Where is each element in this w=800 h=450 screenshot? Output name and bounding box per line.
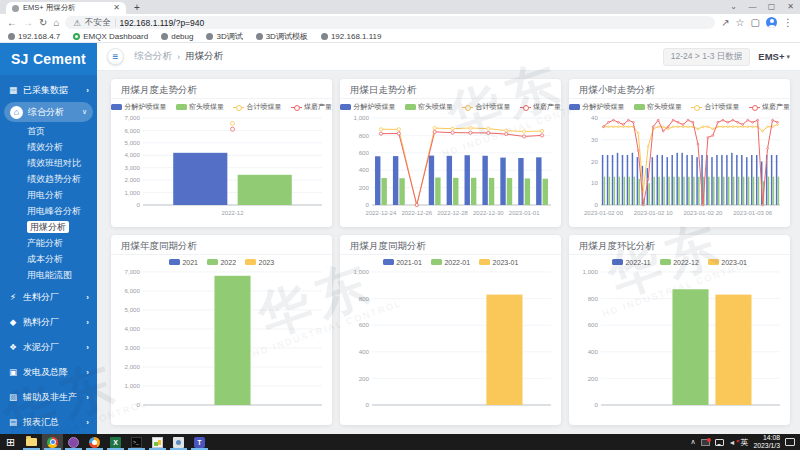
sidebar-menu: ▦ 已采集数据 › ⌂ 综合分析 ∨ 首页 绩效分析 绩效班组对比 绩效趋势分析… — [0, 75, 97, 434]
taskbar-editor[interactable] — [147, 434, 168, 450]
taskbar-purple-app[interactable] — [63, 434, 84, 450]
sidebar-item-capacity-analysis[interactable]: 产能分析 — [0, 235, 97, 251]
taskbar-clock[interactable]: 14:08 2023/1/3 — [754, 434, 780, 450]
sidebar-item-cement-plant[interactable]: ❖水泥分厂› — [0, 336, 97, 358]
tray-chat-icon[interactable] — [715, 439, 724, 446]
window-close-button[interactable]: ✕ — [781, 0, 800, 14]
sidebar-toggle-icon[interactable]: ≡ — [107, 48, 124, 65]
legend-item[interactable]: 窑头喷煤量 — [405, 102, 454, 112]
window-maximize-button[interactable]: ▢ — [762, 0, 781, 14]
legend-item[interactable]: 合计喷煤量 — [233, 102, 282, 112]
sidebar-item-electricity-analysis[interactable]: 用电分析 — [0, 187, 97, 203]
chart-legend: 分解炉喷煤量窑头喷煤量合计喷煤量煤磨产量 — [111, 99, 332, 112]
legend-item[interactable]: 窑头喷煤量 — [634, 102, 683, 112]
bookmark-star-icon[interactable]: ☆ — [736, 18, 745, 28]
legend-item[interactable]: 2023-01 — [479, 259, 518, 266]
taskbar-teams[interactable]: T — [189, 434, 210, 450]
sidebar-item-comprehensive-analysis[interactable]: ⌂ 综合分析 ∨ — [4, 102, 93, 122]
sidebar-item-raw-material-plant[interactable]: ⚡生料分厂› — [0, 286, 97, 308]
taskbar-file-explorer[interactable] — [21, 434, 42, 450]
speaker-muted-icon[interactable]: ◄ — [729, 439, 736, 446]
legend-item[interactable]: 2023 — [245, 259, 274, 266]
sidebar-item-collected-data[interactable]: ▦ 已采集数据 › — [0, 79, 97, 101]
chevron-right-icon: › — [86, 293, 89, 302]
browser-menu-icon[interactable]: ⋮ — [783, 18, 793, 28]
legend-item[interactable]: 2022-01 — [431, 259, 470, 266]
profile-avatar[interactable] — [766, 17, 777, 28]
sidebar-item-cost-analysis[interactable]: 成本分析 — [0, 251, 97, 267]
browser-tab[interactable]: EMS+ 用煤分析 ✕ — [6, 2, 126, 14]
tray-notification-icon[interactable] — [701, 439, 710, 446]
new-tab-button[interactable]: + — [134, 2, 140, 14]
legend-item[interactable]: 煤磨产量 — [291, 102, 333, 112]
legend-item[interactable]: 合计喷煤量 — [462, 102, 511, 112]
url-bar[interactable]: ⚠ 不安全 192.168.1.119/?p=940 — [65, 16, 715, 29]
ime-indicator[interactable]: 英 — [741, 437, 749, 448]
main-content: ≡ 综合分析 › 用煤分析 12-24 > 1-3 日数据 EMS+▾ 用煤月度… — [97, 43, 800, 434]
side-panel-icon[interactable]: ▢ — [751, 18, 760, 28]
sidebar-item-performance-trend[interactable]: 绩效趋势分析 — [0, 171, 97, 187]
sidebar-item-performance-analysis[interactable]: 绩效分析 — [0, 139, 97, 155]
legend-item[interactable]: 2021 — [169, 259, 198, 266]
breadcrumb-separator-icon: › — [177, 51, 180, 62]
taskbar-excel[interactable]: X — [105, 434, 126, 450]
forward-icon[interactable]: → — [23, 18, 33, 28]
start-button[interactable]: ⊞ — [0, 434, 21, 450]
sidebar-item-coal-analysis[interactable]: 用煤分析 — [0, 219, 97, 235]
home-icon[interactable]: ⌂ — [53, 18, 59, 28]
legend-item[interactable]: 2021-01 — [383, 259, 422, 266]
legend-item[interactable]: 分解炉喷煤量 — [111, 102, 167, 112]
svg-text:5,000: 5,000 — [125, 139, 141, 146]
taskbar-colorful-app[interactable] — [84, 434, 105, 450]
tab-close-icon[interactable]: ✕ — [113, 4, 120, 12]
bookmark-item[interactable]: 3D调试模板 — [256, 31, 308, 42]
tray-expand-icon[interactable]: ∧ — [690, 438, 695, 446]
sidebar-item-auxiliary-nonproduction[interactable]: ▨辅助及非生产› — [0, 386, 97, 408]
chart-canvas: 0102030402023-01-02 002023-01-02 102023-… — [571, 112, 788, 218]
sidebar-item-energy-flow-diagram[interactable]: 用电能流图 — [0, 267, 97, 283]
legend-item[interactable]: 窑头喷煤量 — [176, 102, 225, 112]
legend-label: 2021-01 — [396, 259, 422, 266]
svg-text:0: 0 — [366, 201, 370, 208]
date-range-button[interactable]: 12-24 > 1-3 日数据 — [663, 48, 751, 66]
window-minimize-button[interactable]: — — [743, 0, 762, 14]
legend-bar-marker — [245, 259, 256, 265]
sidebar-item-clinker-plant[interactable]: ◆熟料分厂› — [0, 311, 97, 333]
bookmark-item[interactable]: debug — [161, 32, 193, 41]
windows-start-icon: ⊞ — [6, 437, 15, 448]
legend-item[interactable]: 2023-01 — [708, 259, 747, 266]
bookmark-item[interactable]: 192.168.4.7 — [8, 32, 60, 41]
bookmark-item[interactable]: EMQX Dashboard — [73, 32, 148, 41]
legend-item[interactable]: 分解炉喷煤量 — [340, 102, 396, 112]
sidebar-item-power-generation[interactable]: ▣发电及总降› — [0, 361, 97, 383]
tab-search-icon[interactable]: ⌄ — [724, 0, 743, 14]
sidebar-item-electricity-peak-valley[interactable]: 用电峰谷分析 — [0, 203, 97, 219]
taskbar-chrome[interactable] — [42, 434, 63, 450]
taskbar-gray-app[interactable] — [168, 434, 189, 450]
legend-item[interactable]: 2022-11 — [612, 259, 651, 266]
legend-item[interactable]: 合计喷煤量 — [691, 102, 740, 112]
legend-item[interactable]: 2022-12 — [660, 259, 699, 266]
app-menu-dropdown[interactable]: EMS+▾ — [758, 51, 790, 62]
legend-line-marker — [691, 104, 702, 110]
share-icon[interactable]: ↗ — [721, 18, 729, 28]
svg-text:400: 400 — [359, 348, 370, 355]
chart-legend: 分解炉喷煤量窑头喷煤量合计喷煤量煤磨产量 — [340, 99, 561, 112]
bookmark-item[interactable]: 3D调试 — [206, 31, 242, 42]
security-warning-icon: ⚠ — [73, 18, 81, 28]
sidebar-item-homepage[interactable]: 首页 — [0, 123, 97, 139]
svg-text:6,000: 6,000 — [125, 287, 141, 294]
reload-icon[interactable]: ↻ — [39, 18, 47, 28]
legend-item[interactable]: 煤磨产量 — [749, 102, 791, 112]
bookmark-item[interactable]: 192.168.1.119 — [321, 32, 382, 41]
taskbar-terminal[interactable]: >_ — [126, 434, 147, 450]
breadcrumb-root[interactable]: 综合分析 — [134, 50, 172, 63]
legend-item[interactable]: 分解炉喷煤量 — [569, 102, 625, 112]
action-center-icon[interactable] — [785, 438, 795, 446]
svg-text:2022-12-26: 2022-12-26 — [401, 210, 432, 216]
sidebar-item-performance-team-compare[interactable]: 绩效班组对比 — [0, 155, 97, 171]
sidebar-item-report-summary[interactable]: ▤报表汇总› — [0, 411, 97, 433]
legend-item[interactable]: 2022 — [207, 259, 236, 266]
back-icon[interactable]: ← — [7, 18, 17, 28]
legend-item[interactable]: 煤磨产量 — [520, 102, 562, 112]
